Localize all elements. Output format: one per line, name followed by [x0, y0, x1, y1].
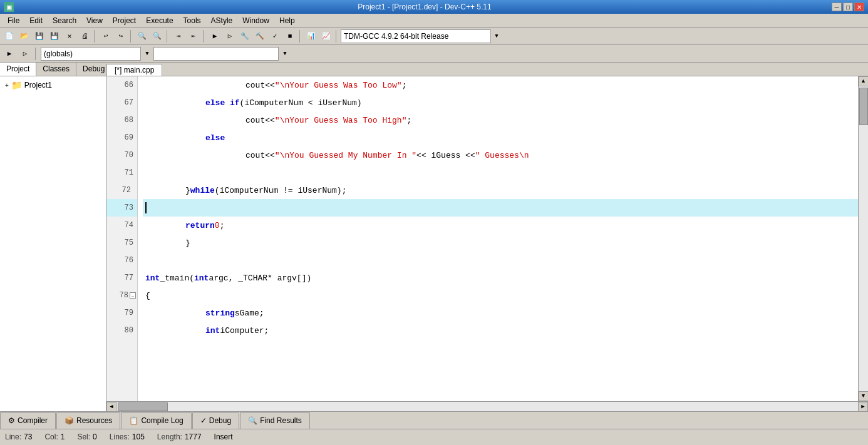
- line-numbers: 66 67 68 69 70 71 72 73 74 75 76 77 78– …: [106, 76, 138, 401]
- toolbar-sep-6: [336, 30, 338, 43]
- resources-tab-label: Resources: [76, 416, 112, 425]
- sidebar-tab-classes[interactable]: Classes: [36, 63, 76, 76]
- bottom-tab-find-results[interactable]: 🔍 Find Results: [240, 412, 310, 429]
- symbol-dropdown-btn[interactable]: ▼: [281, 47, 289, 61]
- tb-print[interactable]: 🖨: [78, 29, 91, 43]
- maximize-button[interactable]: □: [843, 3, 853, 11]
- tb-close[interactable]: ✕: [63, 29, 76, 43]
- line-76: 76: [106, 252, 137, 269]
- vertical-scrollbar[interactable]: ▲ ▼: [858, 76, 868, 401]
- project-tree-item[interactable]: + 📁 Project1: [3, 79, 103, 91]
- menu-execute[interactable]: Execute: [141, 14, 178, 27]
- menu-search[interactable]: Search: [48, 14, 81, 27]
- code-line-79[interactable]: string sGame;: [143, 304, 858, 322]
- scope-dropdown[interactable]: (globals): [41, 47, 141, 61]
- line-69: 69: [106, 129, 137, 146]
- menu-window[interactable]: Window: [237, 14, 274, 27]
- tb-debug[interactable]: ▶: [3, 47, 16, 61]
- tb-find[interactable]: 🔍: [135, 29, 149, 43]
- line-68: 68: [106, 111, 137, 129]
- tb-new[interactable]: 📄: [3, 29, 16, 43]
- scroll-thumb-h[interactable]: [118, 402, 168, 411]
- tb-profile2[interactable]: 📈: [319, 29, 333, 43]
- compiler-dropdown[interactable]: TDM-GCC 4.9.2 64-bit Release: [341, 29, 491, 43]
- code-line-78[interactable]: {: [143, 287, 858, 304]
- tb-run[interactable]: ▷: [223, 29, 237, 43]
- symbol-dropdown[interactable]: [153, 47, 279, 61]
- menu-bar: File Edit Search View Project Execute To…: [0, 14, 868, 28]
- sidebar-tabs: Project Classes Debug: [0, 63, 106, 76]
- toolbar-sep-5: [299, 30, 302, 43]
- window-controls: ─ □ ✕: [832, 3, 864, 11]
- tb-profile[interactable]: 📊: [304, 29, 318, 43]
- tb-redo[interactable]: ↪: [114, 29, 128, 43]
- status-col: Col: 1: [44, 432, 65, 441]
- tb-compile[interactable]: 🔧: [238, 29, 252, 43]
- tb-open[interactable]: 📂: [18, 29, 31, 43]
- scroll-thumb-v[interactable]: [859, 88, 868, 125]
- code-line-68[interactable]: cout << "\nYour Guess Was Too High" ;: [143, 111, 858, 129]
- scroll-down-btn[interactable]: ▼: [859, 391, 869, 401]
- close-button[interactable]: ✕: [854, 3, 864, 11]
- code-line-72[interactable]: } while (iComputerNum != iUserNum);: [143, 182, 858, 199]
- resources-icon: 📦: [65, 416, 74, 425]
- tb-unindent[interactable]: ⇤: [187, 29, 200, 43]
- code-content[interactable]: cout << "\nYour Guess Was Too Low" ; els…: [138, 76, 858, 401]
- editor-tab-main[interactable]: [*] main.cpp: [106, 64, 162, 76]
- minimize-button[interactable]: ─: [832, 3, 842, 11]
- code-line-80[interactable]: int iComputer;: [143, 322, 858, 339]
- tb-compile-run[interactable]: ▶: [208, 29, 222, 43]
- menu-help[interactable]: Help: [274, 14, 300, 27]
- tb-indent[interactable]: ⇥: [172, 29, 185, 43]
- horizontal-scrollbar[interactable]: ◀ ▶: [106, 401, 868, 411]
- line-66: 66: [106, 76, 137, 94]
- menu-project[interactable]: Project: [108, 14, 141, 27]
- code-line-77[interactable]: int _tmain( int argc, _TCHAR* argv[]): [143, 269, 858, 287]
- tb-undo[interactable]: ↩: [99, 29, 113, 43]
- status-sel: Sel: 0: [77, 432, 96, 441]
- code-line-76[interactable]: [143, 252, 858, 269]
- menu-astyle[interactable]: AStyle: [206, 14, 238, 27]
- scroll-left-btn[interactable]: ◀: [106, 402, 116, 412]
- code-line-74[interactable]: return 0 ;: [143, 217, 858, 234]
- scope-dropdown-btn[interactable]: ▼: [143, 47, 152, 61]
- menu-file[interactable]: File: [3, 14, 24, 27]
- code-line-73[interactable]: [143, 199, 858, 217]
- bottom-tab-compiler[interactable]: ⚙ Compiler: [0, 412, 56, 429]
- bottom-tab-compile-log[interactable]: 📋 Compile Log: [121, 412, 191, 429]
- tb-check[interactable]: ✓: [268, 29, 282, 43]
- menu-edit[interactable]: Edit: [24, 14, 48, 27]
- scroll-up-btn[interactable]: ▲: [859, 76, 869, 86]
- code-line-75[interactable]: }: [143, 234, 858, 252]
- compiler-dropdown-btn[interactable]: ▼: [492, 29, 501, 43]
- bottom-tab-debug[interactable]: ✓ Debug: [192, 412, 239, 429]
- sidebar-tab-project[interactable]: Project: [0, 63, 36, 76]
- bottom-tab-resources[interactable]: 📦 Resources: [56, 412, 120, 429]
- compile-log-icon: 📋: [129, 416, 138, 425]
- title-bar: ▣ Project1 - [Project1.dev] - Dev-C++ 5.…: [0, 0, 868, 14]
- compiler-tab-label: Compiler: [18, 416, 48, 425]
- scroll-right-btn[interactable]: ▶: [858, 402, 868, 412]
- line-73: 73: [106, 199, 137, 217]
- code-line-70[interactable]: cout << "\nYou Guessed My Number In " <<…: [143, 146, 858, 164]
- menu-tools[interactable]: Tools: [178, 14, 206, 27]
- code-line-71[interactable]: [143, 164, 858, 182]
- toolbar2-sep-1: [35, 48, 38, 60]
- scroll-track-h[interactable]: [116, 402, 858, 411]
- tb-stop[interactable]: ■: [283, 29, 297, 43]
- debug-tab-label: Debug: [209, 416, 231, 425]
- code-line-69[interactable]: else: [143, 129, 858, 146]
- tb-dbg2[interactable]: ▷: [18, 47, 32, 61]
- line-72: 72: [106, 182, 137, 199]
- tb-build[interactable]: 🔨: [253, 29, 267, 43]
- line-79: 79: [106, 304, 137, 322]
- scroll-track-v[interactable]: [859, 86, 868, 391]
- code-line-66[interactable]: cout << "\nYour Guess Was Too Low" ;: [143, 76, 858, 94]
- menu-view[interactable]: View: [81, 14, 108, 27]
- line-74: 74: [106, 217, 137, 234]
- tb-save[interactable]: 💾: [33, 29, 46, 43]
- tb-find-next[interactable]: 🔍: [150, 29, 164, 43]
- code-line-67[interactable]: else if (iComputerNum < iUserNum): [143, 94, 858, 111]
- tb-save-all[interactable]: 💾: [48, 29, 61, 43]
- line-75: 75: [106, 234, 137, 252]
